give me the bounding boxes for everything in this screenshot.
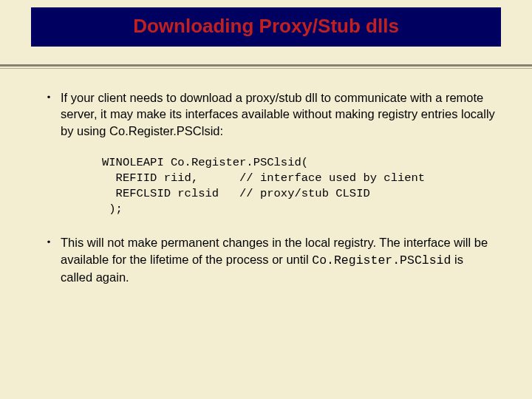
bullet-2-code: Co.Register.PSClsid [312, 253, 451, 267]
slide-title: Downloading Proxy/Stub dlls [31, 15, 501, 38]
bullet-text-1: If your client needs to download a proxy… [61, 89, 495, 139]
bullet-item: • If your client needs to download a pro… [37, 89, 495, 139]
divider-main [0, 64, 532, 66]
bullet-text-2: This will not make permanent changes in … [61, 234, 495, 285]
title-bar: Downloading Proxy/Stub dlls [31, 7, 501, 47]
bullet-marker: • [37, 234, 61, 285]
bullet-item: • This will not make permanent changes i… [37, 234, 495, 285]
bullet-marker: • [37, 89, 61, 139]
code-block: WINOLEAPI Co.Register.PSClsid( REFIID ri… [102, 155, 495, 217]
content-area: • If your client needs to download a pro… [0, 69, 532, 285]
